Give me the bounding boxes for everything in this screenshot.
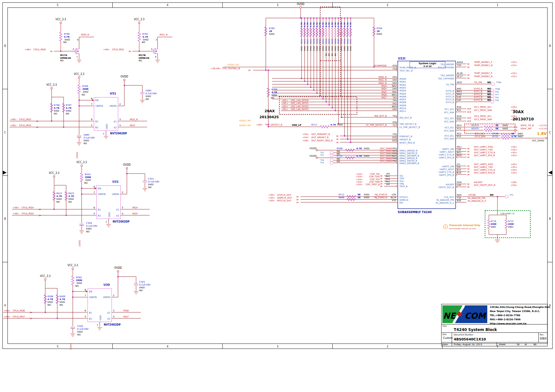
junction-dot [341,117,342,118]
pin-number: J10 [457,166,460,168]
net-label: SCANMODE [374,64,387,67]
testpoint-label: TP7 [495,94,499,96]
net-label: I2C4_SCL [475,132,485,135]
res-val: 4.7K [322,22,324,27]
left-edge-arrow-icon [3,171,7,175]
ground-icon [97,328,102,330]
res-val: 4.7K [306,22,309,27]
ground-icon [143,188,147,191]
res-no: NO [334,53,336,56]
junction-dot [344,17,345,19]
pin-number: 5 [151,48,153,51]
pin-name: UART2_CTS_B [439,171,454,174]
pin-name: TRST_B [399,185,408,188]
pin-number: 4 [155,56,156,58]
junction-dot [322,98,324,100]
output-net-label: IRQ3 [130,124,135,127]
pullup-bank: 4.7K R254 0402 4.7K R253 0402 4.7K R257 … [300,17,352,143]
junction-dot [78,100,80,101]
size-label: Size [442,333,446,336]
pullup-column: 4.7K R260 0402 NO [334,17,337,111]
info-icon-glyph: i [445,225,446,228]
net-label: DDRCLK_DUT [277,197,292,199]
net-label: EVT4_B [474,99,482,101]
pin-number: K42 [386,175,390,178]
pullup-column: 4.7K R252 0402 [319,17,321,97]
chevron-arrow-icon: ≫ [467,168,470,170]
pin-name: FA_ANALOG_PIN [436,199,454,201]
pin-name: IRQ09 [399,104,406,107]
pin-name: TD2_CATHODE [437,77,454,80]
cap-ref: C320 [77,325,83,328]
junction-dot [53,209,55,210]
res-ref: R258 [313,39,315,44]
pin-number: K10 [457,172,461,174]
pin-name: GND [108,212,111,217]
stamp-date: 20130710 [513,117,534,121]
pin-name: EVT0_B [446,90,454,92]
cap-size: 0402 [77,331,83,333]
net-label: VDD_LP [292,124,301,126]
power-symbol-icon [51,87,53,89]
sheet-ref: <54> [356,183,363,186]
pin-number: E33 [393,64,397,67]
pin-name: TDO [399,177,404,180]
resistor-icon [138,32,140,41]
power-symbol-icon [117,270,119,272]
net-label: INJ_SYSCLK [375,193,388,196]
pin-name: UART2_SOUT [440,168,454,171]
res-ref: R423 [68,192,74,195]
block-subassembly: SUBASSEMBLY T4240 [398,211,432,214]
net-label: INJ_DDRCLK [374,196,387,199]
pin-number: 2 [119,103,121,106]
input-net-label: CPLD_IRQ6 [13,309,25,312]
res-ref: R791 [142,33,148,35]
pin-number: K44 [386,178,390,181]
ground-icon [79,231,84,233]
pin-number: 8 [85,289,86,291]
net-label: TEMP_DIODE1_P [474,61,492,64]
pullup-column: 4.7K R265 0402 [337,17,340,124]
junction-dot [341,17,342,19]
block-ref: U30 [103,283,110,286]
junction-dot [304,17,305,19]
sheet-ref: <45> [511,172,517,174]
pin-name: IRQ11 [399,110,406,113]
net-label: SYSCLK_DUT [277,194,292,196]
sheet-ref: <54> [356,173,363,175]
net-label: EVT3_B [474,96,482,99]
cap-size: 0402 [146,95,151,98]
res-ref: R720 [492,135,498,138]
pin-bubble-icon [396,70,398,71]
note-title: Freescale Internal Only [449,224,480,227]
power-net-label: OVDD [309,155,317,157]
res-val: 1K [269,30,272,33]
schematic-sheet: 54321 54321 DCBA DCBA VCC_3.3 R790 4.7K … [0,0,555,392]
pin-number: U44 [392,88,397,90]
res-size: 0402 [306,46,309,51]
sheet-ref: <45> [511,154,517,157]
sheet-ref: <48> [13,206,19,209]
address-line: 15F,No.920,Chung-Cheng Road,Zhonghe Dist… [490,306,551,309]
junction-dot [126,173,128,174]
sheet-ref: <48> [13,212,19,215]
address-line: FAX:+886-2-8226-7906 [490,318,521,321]
pin-number: N12 [457,132,461,135]
sheet-ref: <30> [268,197,275,199]
junction-dot [78,105,80,107]
chevron-arrow-icon: ≫ [467,150,470,153]
res-size: 0402 [377,33,382,35]
clk-rows: <30> SYSCLK_DUT ≫ R711 0E 0402 INJ_SYSCL… [268,193,408,204]
pin-number: P42 [393,160,397,162]
ground-icon [77,60,81,63]
pin-number: 4 [122,212,123,215]
junction-dot [310,87,311,88]
pin-number: 1 [106,221,107,223]
sheet-ref: <48> [10,124,17,127]
voltage-label: OVDD:1.8V [239,119,251,122]
pin-number: 5 [91,124,92,127]
pin-name: UART1_SOUT [440,151,454,153]
pin-name: TH_TPA [446,83,454,86]
net-label: 10G_LAN_GPIO3 [290,108,309,111]
pin-number: 2 [113,294,114,297]
